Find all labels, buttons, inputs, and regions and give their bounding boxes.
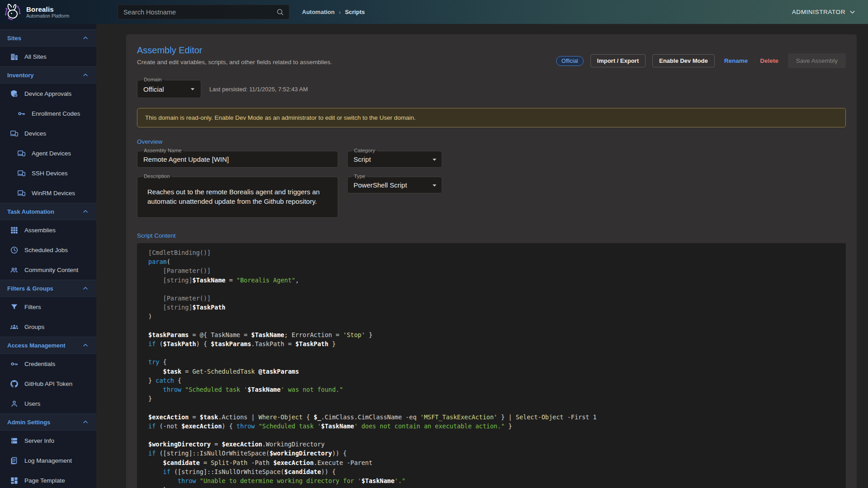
- type-value: PowerShell Script: [354, 181, 407, 189]
- chevron-up-icon: [82, 71, 89, 79]
- sidebar-item-label: Enrollment Codes: [32, 110, 80, 117]
- save-assembly-button[interactable]: Save Assembly: [788, 53, 846, 68]
- sidebar-item-ssh-devices[interactable]: SSH Devices: [0, 163, 96, 183]
- top-bar: Borealis Automation Platform Automation …: [0, 0, 868, 24]
- code-line: $taskParams = @{ TaskName = $TaskName; E…: [148, 330, 846, 339]
- sidebar-item-assemblies[interactable]: Assemblies: [0, 220, 96, 240]
- code-line: try {: [148, 357, 846, 366]
- sidebar-section-task-automation[interactable]: Task Automation: [0, 203, 96, 220]
- sidebar-item-label: Agent Devices: [32, 150, 71, 157]
- breadcrumb-automation[interactable]: Automation: [302, 9, 335, 15]
- domain-row: Domain Official Last persisted: 11/1/202…: [137, 80, 846, 98]
- brand-name: Borealis: [26, 5, 69, 13]
- sidebar-item-label: WinRM Devices: [32, 190, 75, 197]
- sidebar-section-filters-groups[interactable]: Filters & Groups: [0, 280, 96, 297]
- description-label: Description: [142, 174, 172, 179]
- category-select[interactable]: Category Script: [347, 151, 442, 168]
- card-header: Assembly Editor Create and edit variable…: [137, 34, 846, 68]
- sidebar-item-label: Users: [24, 400, 40, 407]
- code-line: $candidate = Split-Path -Path $execActio…: [148, 458, 846, 467]
- sidebar-item-device-approvals[interactable]: Device Approvals: [0, 84, 96, 103]
- caret-down-icon: [430, 155, 439, 164]
- enable-dev-mode-button[interactable]: Enable Dev Mode: [652, 54, 715, 67]
- sidebar-item-enrollment-codes[interactable]: Enrollment Codes: [0, 103, 96, 123]
- description-value: Reaches out to the remote Borealis agent…: [147, 187, 329, 206]
- category-value: Script: [354, 155, 371, 163]
- code-line: }: [148, 394, 846, 403]
- code-line: [string]$TaskName = "Borealis Agent",: [148, 276, 846, 285]
- sidebar-item-github-api-token[interactable]: GitHub API Token: [0, 374, 96, 394]
- sidebar-section-admin-settings[interactable]: Admin Settings: [0, 413, 96, 431]
- sidebar-item-label: Groups: [24, 324, 44, 330]
- sidebar-section-sites[interactable]: Sites: [0, 29, 96, 47]
- hostname-search: [118, 5, 289, 19]
- sidebar-item-devices[interactable]: Devices: [0, 123, 96, 143]
- breadcrumb: Automation › Scripts: [302, 0, 365, 24]
- sidebar-item-server-info[interactable]: Server Info: [0, 431, 96, 450]
- sidebar-item-winrm-devices[interactable]: WinRM Devices: [0, 183, 96, 203]
- breadcrumb-scripts[interactable]: Scripts: [345, 9, 365, 15]
- sidebar-item-groups[interactable]: Groups: [0, 317, 96, 337]
- description-field[interactable]: Description Reaches out to the remote Bo…: [137, 177, 338, 218]
- overview-grid: Assembly Name Category Script Descriptio…: [137, 151, 846, 218]
- code-line: ): [148, 312, 846, 321]
- sidebar-section-label: Sites: [7, 35, 21, 42]
- code-line: [CmdletBinding()]: [148, 248, 846, 257]
- sidebar-item-label: All Sites: [24, 53, 47, 60]
- sidebar-item-filters[interactable]: Filters: [0, 297, 96, 317]
- search-icon[interactable]: [276, 8, 284, 16]
- sidebar-section-label: Filters & Groups: [7, 285, 53, 292]
- domain-select[interactable]: Domain Official: [137, 80, 201, 98]
- code-line: param(: [148, 257, 846, 266]
- title-block: Assembly Editor Create and edit variable…: [137, 45, 332, 66]
- overview-section-label: Overview: [137, 138, 846, 145]
- sidebar-item-label: Server Info: [24, 437, 54, 444]
- sidebar-item-page-template[interactable]: Page Template: [0, 470, 96, 488]
- key-icon: [17, 109, 26, 118]
- sidebar-item-label: Credentials: [24, 361, 55, 367]
- search-input[interactable]: [123, 8, 276, 16]
- sidebar-item-label: Community Content: [24, 267, 78, 273]
- sidebar-item-log-management[interactable]: Log Management: [0, 450, 96, 470]
- sidebar-item-credentials[interactable]: Credentials: [0, 354, 96, 374]
- delete-button[interactable]: Delete: [757, 55, 781, 67]
- log-icon: [10, 456, 19, 465]
- sidebar-item-all-sites[interactable]: All Sites: [0, 47, 96, 66]
- header-actions: Official Import / Export Enable Dev Mode…: [556, 53, 846, 68]
- script-code-editor[interactable]: [CmdletBinding()]param( [Parameter()] [s…: [137, 243, 846, 488]
- assembly-name-input[interactable]: [137, 155, 338, 163]
- type-label: Type: [352, 174, 368, 179]
- sidebar-item-label: Filters: [24, 304, 41, 310]
- sidebar-item-label: Assemblies: [24, 227, 56, 234]
- sidebar-section-inventory[interactable]: Inventory: [0, 66, 96, 84]
- sidebar-item-label: GitHub API Token: [24, 380, 72, 387]
- code-line: [Parameter()]: [148, 266, 846, 275]
- groups-icon: [10, 323, 19, 331]
- code-line: throw "Scheduled task '$TaskName' was no…: [148, 385, 846, 394]
- code-line: [148, 431, 846, 440]
- type-select[interactable]: Type PowerShell Script: [347, 177, 442, 193]
- category-label: Category: [352, 148, 377, 153]
- domain-value: Official: [143, 85, 164, 93]
- import-export-button[interactable]: Import / Export: [590, 54, 646, 67]
- borealis-rabbit-logo-icon: [4, 3, 23, 22]
- devices-icon: [17, 149, 26, 158]
- sidebar-item-label: Device Approvals: [24, 90, 71, 97]
- code-line: [string]$TaskPath: [148, 303, 846, 312]
- chevron-up-icon: [82, 285, 89, 292]
- sidebar-item-scheduled-jobs[interactable]: Scheduled Jobs: [0, 240, 96, 260]
- sidebar-item-agent-devices[interactable]: Agent Devices: [0, 143, 96, 163]
- user-menu-button[interactable]: ADMINISTRATOR: [792, 0, 856, 24]
- brand-subtitle: Automation Platform: [26, 13, 69, 19]
- code-line: [Parameter()]: [148, 294, 846, 303]
- sidebar-item-community-content[interactable]: Community Content: [0, 260, 96, 280]
- rename-button[interactable]: Rename: [722, 55, 751, 67]
- sidebar-item-users[interactable]: Users: [0, 394, 96, 413]
- server-icon: [10, 436, 19, 445]
- devices-icon: [17, 169, 26, 178]
- sidebar-section-access-management[interactable]: Access Management: [0, 337, 96, 354]
- github-icon: [10, 380, 19, 388]
- code-line: [148, 348, 846, 357]
- code-line: if ([string]::IsNullOrWhiteSpace($candid…: [148, 467, 846, 476]
- key-icon: [10, 360, 19, 368]
